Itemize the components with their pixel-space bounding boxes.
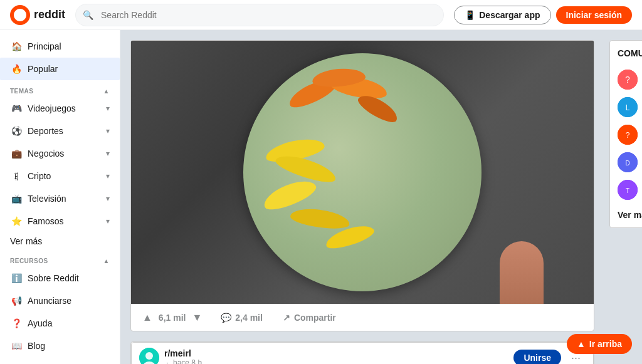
sidebar-item-famosos[interactable]: ⭐ Famosos ▾ xyxy=(0,210,120,232)
chevron-videojuegos-icon: ▾ xyxy=(106,104,110,113)
go-up-button[interactable]: ▲ Ir arriba xyxy=(567,334,632,354)
business-icon: 💼 xyxy=(10,147,23,160)
sports-icon: ⚽ xyxy=(10,125,23,137)
blog-icon: 📖 xyxy=(10,340,23,352)
peppers xyxy=(243,53,482,291)
sidebar-item-deportes[interactable]: ⚽ Deportes ▾ xyxy=(0,120,120,142)
avatar xyxy=(139,348,159,364)
temas-section-label: TEMAS ▲ xyxy=(0,80,120,97)
download-app-button[interactable]: 📱 Descargar app xyxy=(454,6,550,24)
help-icon: ❓ xyxy=(10,317,23,330)
share-icon: ↗ xyxy=(283,313,290,323)
downvote-button[interactable]: ▼ xyxy=(188,309,206,326)
recursos-section-label: RECURSOS ▲ xyxy=(0,250,120,267)
sidebar-item-principal[interactable]: 🏠 Principal xyxy=(0,35,120,58)
logo[interactable]: reddit xyxy=(10,5,65,25)
svg-text:?: ? xyxy=(626,131,630,140)
sidebar-item-ayuda[interactable]: ❓ Ayuda xyxy=(0,312,120,335)
sidebar-item-empleo[interactable]: 💼 Empleo xyxy=(0,357,120,364)
post-image[interactable] xyxy=(131,41,594,304)
post-meta: r/meirl · hace 8 h xyxy=(164,348,202,364)
community-outoftheloop[interactable]: ? r/OutOfTheLoop 3.212.258 miembros xyxy=(618,121,642,148)
crypto-icon: ₿ xyxy=(10,170,23,182)
chevron-television-icon: ▾ xyxy=(106,194,110,203)
comments-button[interactable]: 💬 2,4 mil xyxy=(216,310,268,325)
ad-icon: 📢 xyxy=(10,294,23,307)
sidebar: 🏠 Principal 🔥 Popular TEMAS ▲ 🎮 Videojue… xyxy=(0,30,120,364)
communities-card: COMUNIDADES POPULARES ? r/AskReddit 42.9… xyxy=(609,40,642,228)
logo-text: reddit xyxy=(34,8,65,21)
celebrity-icon: ⭐ xyxy=(10,215,23,227)
comment-icon: 💬 xyxy=(221,313,231,323)
askreddit-avatar: ? xyxy=(618,70,638,90)
tv-icon: 📺 xyxy=(10,192,23,205)
post-actions: ▲ 6,1 mil ▼ 💬 2,4 mil ↗ Compartir xyxy=(131,304,594,331)
sidebar-item-popular[interactable]: 🔥 Popular xyxy=(0,58,120,80)
sidebar-item-cripto[interactable]: ₿ Cripto ▾ xyxy=(0,165,120,187)
recursos-collapse-icon[interactable]: ▲ xyxy=(103,257,110,264)
sidebar-item-negocios[interactable]: 💼 Negocios ▾ xyxy=(0,142,120,165)
see-more-link[interactable]: Ver más xyxy=(618,210,642,220)
post-time: · hace 8 h xyxy=(164,358,202,364)
sidebar-item-videojuegos[interactable]: 🎮 Videojuegos ▾ xyxy=(0,97,120,120)
svg-text:L: L xyxy=(626,103,630,112)
layout: 🏠 Principal 🔥 Popular TEMAS ▲ 🎮 Videojue… xyxy=(0,0,642,364)
temas-collapse-icon[interactable]: ▲ xyxy=(103,88,110,95)
post-card: ▲ 6,1 mil ▼ 💬 2,4 mil ↗ Compartir xyxy=(130,40,594,331)
vote-controls: ▲ 6,1 mil ▼ xyxy=(139,309,206,326)
community-twitch[interactable]: T r/Twitch 1.584.045 miembros xyxy=(618,176,642,204)
header-right: 📱 Descargar app Iniciar sesión xyxy=(454,6,632,24)
sidebar-item-anunciarse[interactable]: 📢 Anunciarse xyxy=(0,289,120,312)
subreddit-link[interactable]: r/meirl xyxy=(164,348,191,358)
next-post-header: r/meirl · hace 8 h Unirse ··· xyxy=(131,342,594,364)
right-sidebar: COMUNIDADES POPULARES ? r/AskReddit 42.9… xyxy=(609,40,642,364)
svg-point-2 xyxy=(145,352,153,360)
next-post-card: r/meirl · hace 8 h Unirse ··· Meirl xyxy=(130,341,594,364)
svg-text:?: ? xyxy=(625,75,630,85)
communities-title: COMUNIDADES POPULARES xyxy=(618,48,642,58)
chevron-famosos-icon: ▾ xyxy=(106,217,110,226)
flame-icon: 🔥 xyxy=(10,63,23,75)
arrow-up-icon: ▲ xyxy=(577,339,586,349)
header: reddit 🔍 📱 Descargar app Iniciar sesión xyxy=(0,0,642,30)
main-content: ▲ 6,1 mil ▼ 💬 2,4 mil ↗ Compartir xyxy=(120,30,642,364)
lol-avatar: L xyxy=(618,97,638,117)
share-button[interactable]: ↗ Compartir xyxy=(278,310,341,325)
ool-avatar: ? xyxy=(618,125,638,145)
search-input[interactable] xyxy=(75,4,444,26)
sidebar-item-television[interactable]: 📺 Televisión ▾ xyxy=(0,187,120,210)
vote-count: 6,1 mil xyxy=(159,313,186,323)
chevron-cripto-icon: ▾ xyxy=(106,172,110,180)
twitch-avatar: T xyxy=(618,180,638,200)
chevron-negocios-icon: ▾ xyxy=(106,149,110,158)
chevron-deportes-icon: ▾ xyxy=(106,127,110,135)
community-leagueoflegends[interactable]: L r/leagueoflegends 6.661.416 miembros xyxy=(618,93,642,121)
login-button[interactable]: Iniciar sesión xyxy=(556,6,632,24)
feed-area: ▲ 6,1 mil ▼ 💬 2,4 mil ↗ Compartir xyxy=(130,40,594,364)
temas-see-more[interactable]: Ver más xyxy=(0,232,120,250)
community-askreddit[interactable]: ? r/AskReddit 42.952.584 miembros xyxy=(618,66,642,93)
reddit-logo-icon xyxy=(10,5,30,25)
discord-avatar: D xyxy=(618,152,638,172)
upvote-button[interactable]: ▲ xyxy=(139,309,156,326)
home-icon: 🏠 xyxy=(10,40,23,53)
plate-visual xyxy=(131,41,594,304)
info-icon: ℹ️ xyxy=(10,272,23,284)
join-button[interactable]: Unirse xyxy=(513,350,561,364)
svg-text:D: D xyxy=(625,160,629,167)
svg-text:T: T xyxy=(626,187,629,194)
hand-image xyxy=(500,241,544,304)
search-area: 🔍 xyxy=(75,4,444,26)
sidebar-item-blog[interactable]: 📖 Blog xyxy=(0,335,120,357)
gamepad-icon: 🎮 xyxy=(10,102,23,115)
community-discordapp[interactable]: D r/discordapp 1.085.665 miembros xyxy=(618,148,642,176)
plate xyxy=(243,53,482,291)
phone-icon: 📱 xyxy=(465,10,475,20)
search-icon: 🔍 xyxy=(83,10,93,20)
sidebar-item-sobre-reddit[interactable]: ℹ️ Sobre Reddit xyxy=(0,267,120,289)
